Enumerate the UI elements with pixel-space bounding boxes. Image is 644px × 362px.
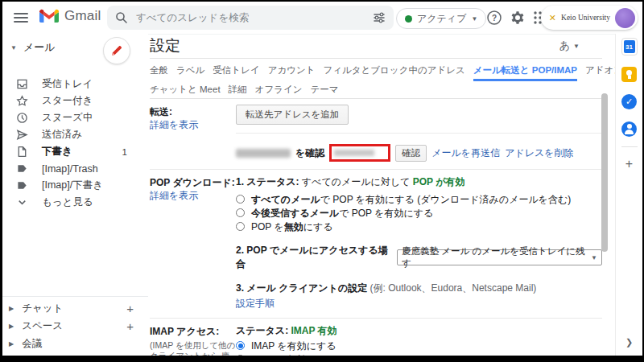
drafts-count-badge: 1 — [122, 147, 127, 157]
sidebar-item-meet[interactable]: ▶ 会議 — [2, 335, 148, 352]
settings-main: 設定 あ ▼ 全般 ラベル 受信トレイ アカウント フィルタとブロック中のアドレ… — [150, 34, 602, 356]
expand-arrow-icon: ▶ — [9, 340, 14, 348]
gear-icon[interactable] — [510, 10, 526, 26]
sidebar-item-inbox[interactable]: 受信トレイ — [2, 76, 148, 93]
google-contacts-icon[interactable] — [621, 121, 638, 137]
google-keep-icon[interactable] — [621, 66, 638, 82]
get-addons-button[interactable]: + — [625, 157, 633, 171]
sidebar-item-snoozed[interactable]: スヌーズ中 — [2, 109, 148, 126]
label-icon — [16, 162, 30, 175]
forwarding-section: 転送: 詳細を表示 転送先アドレスを追加 を確認 確認 メールを再送信 アドレス… — [150, 99, 602, 170]
imap-option-enable[interactable]: IMAP を有効にする — [236, 340, 602, 352]
sidebar-item-label: [Imap]/Trash — [42, 163, 98, 175]
input-tools-glyph: あ — [559, 39, 570, 53]
forwarding-details-link[interactable]: 詳細を表示 — [150, 118, 198, 131]
pop-option-disable[interactable]: POP を無効にする — [236, 221, 602, 233]
gmail-m-icon — [39, 9, 59, 24]
imap-access-section: IMAP アクセス: (IMAP を使用して他のクライアントから 慶應義塾 メー… — [150, 319, 602, 356]
pop-status-prefix: 1. ステータス: — [236, 176, 299, 187]
google-calendar-icon[interactable]: 31 — [621, 39, 638, 55]
pop-status-value: POP が有効 — [413, 176, 465, 187]
sidebar-item-label: 下書き — [42, 145, 72, 158]
imap-option-label: IMAP を無効にする — [251, 354, 336, 356]
search-options-icon[interactable] — [373, 11, 386, 24]
settings-tabs: 全般 ラベル 受信トレイ アカウント フィルタとブロック中のアドレス メール転送… — [150, 59, 602, 99]
folder-list: 受信トレイ スター付き スヌーズ中 送信済み — [2, 76, 148, 211]
help-icon[interactable]: ? — [486, 10, 502, 26]
tab-chat-meet[interactable]: チャットと Meet — [150, 81, 221, 98]
app-header: Gmail すべてのスレッドを検索 アクティブ ▼ ? — [2, 2, 642, 35]
imap-option-disable[interactable]: IMAP を無効にする — [236, 354, 602, 356]
tab-accounts[interactable]: アカウント — [268, 59, 316, 81]
google-tasks-icon[interactable]: ✓ — [621, 93, 638, 109]
new-space-button[interactable]: + — [126, 319, 134, 333]
clock-icon — [16, 111, 30, 125]
pop-status-text: すべてのメールに対して — [302, 176, 411, 187]
forwarding-label: 転送: — [150, 106, 172, 117]
sidebar-item-label: スター付き — [42, 94, 93, 108]
radio-icon[interactable] — [236, 195, 245, 204]
star-icon — [16, 94, 30, 108]
compose-button[interactable] — [103, 37, 130, 64]
tab-labels[interactable]: ラベル — [176, 59, 204, 81]
inbox-icon — [16, 77, 30, 91]
mail-sidebar: ▼ メール 受信トレイ スター付き — [2, 34, 148, 356]
search-bar[interactable]: すべてのスレッドを検索 — [107, 6, 394, 30]
pencil-icon — [110, 44, 123, 57]
chat-label: チャット — [22, 302, 63, 315]
input-tools-button[interactable]: あ ▼ — [559, 39, 580, 53]
status-dot-icon — [405, 15, 412, 23]
add-forwarding-address-button[interactable]: 転送先アドレスを追加 — [236, 105, 349, 125]
status-selector[interactable]: アクティブ ▼ — [396, 8, 486, 29]
sidebar-item-label: 受信トレイ — [42, 77, 93, 91]
pop-keep-copy-select[interactable]: 慶應義塾 メール のメールを受信トレイに残す ▼ — [397, 249, 602, 265]
sidebar-item-label: もっと見る — [42, 195, 93, 209]
sidebar-item-spaces[interactable]: ▶ スペース + — [2, 317, 148, 335]
sidebar-item-chat[interactable]: ▶ チャット + — [2, 299, 148, 317]
chevron-down-icon: ▼ — [591, 254, 597, 261]
delete-address-link[interactable]: アドレスを削除 — [505, 146, 573, 160]
sidebar-item-sent[interactable]: 送信済み — [2, 126, 148, 143]
divider — [621, 146, 638, 147]
configuration-instructions-link[interactable]: 設定手順 — [236, 297, 275, 311]
scrollbar-thumb[interactable] — [601, 93, 608, 252]
tab-advanced[interactable]: 詳細 — [229, 81, 247, 98]
collapse-arrow-icon: ▼ — [10, 44, 17, 51]
verification-code-input[interactable] — [334, 150, 374, 156]
sidebar-item-starred[interactable]: スター付き — [2, 93, 148, 109]
account-chip[interactable]: ✕ Keio University — [541, 6, 638, 30]
chevron-down-icon: ▼ — [573, 43, 580, 50]
resend-email-link[interactable]: メールを再送信 — [431, 146, 500, 160]
collapse-panel-icon[interactable]: ❯ — [625, 337, 633, 348]
tab-general[interactable]: 全般 — [150, 59, 168, 81]
imap-label: IMAP アクセス: — [150, 326, 219, 337]
tab-inbox[interactable]: 受信トレイ — [213, 59, 259, 81]
new-chat-button[interactable]: + — [126, 302, 134, 315]
verify-button[interactable]: 確認 — [395, 145, 427, 162]
draft-icon — [16, 145, 30, 158]
label-icon — [16, 179, 30, 192]
radio-icon[interactable] — [236, 222, 245, 231]
verify-label: を確認 — [295, 146, 324, 160]
sidebar-item-imap-drafts[interactable]: [Imap]/下書き — [2, 177, 148, 194]
avatar[interactable] — [615, 8, 635, 28]
pop-option-future-mail[interactable]: 今後受信するメールで POP を有効にする — [236, 208, 602, 220]
pop-option-all-mail[interactable]: すべてのメールで POP を有効にする (ダウンロード済みのメールを含む) — [236, 194, 602, 206]
sidebar-item-more[interactable]: もっと見る — [2, 194, 148, 211]
keio-logo-icon: ✕ — [549, 13, 556, 23]
tab-themes[interactable]: テーマ — [310, 81, 338, 98]
sidebar-item-imap-trash[interactable]: [Imap]/Trash — [2, 160, 148, 177]
redacted-email-blur — [236, 149, 291, 158]
tab-offline[interactable]: オフライン — [255, 81, 303, 98]
tab-forwarding-pop-imap[interactable]: メール転送と POP/IMAP — [473, 59, 577, 81]
radio-icon[interactable] — [236, 208, 245, 217]
svg-text:?: ? — [492, 14, 497, 23]
radio-icon[interactable] — [236, 341, 245, 350]
radio-icon[interactable] — [236, 355, 245, 356]
sidebar-item-drafts[interactable]: 下書き 1 — [2, 143, 148, 160]
menu-icon[interactable] — [14, 10, 28, 25]
tab-filters[interactable]: フィルタとブロック中のアドレス — [323, 59, 464, 81]
pop-option-label: POP を無効にする — [251, 221, 333, 233]
gmail-logo[interactable]: Gmail — [39, 8, 101, 24]
pop-details-link[interactable]: 詳細を表示 — [150, 189, 198, 202]
